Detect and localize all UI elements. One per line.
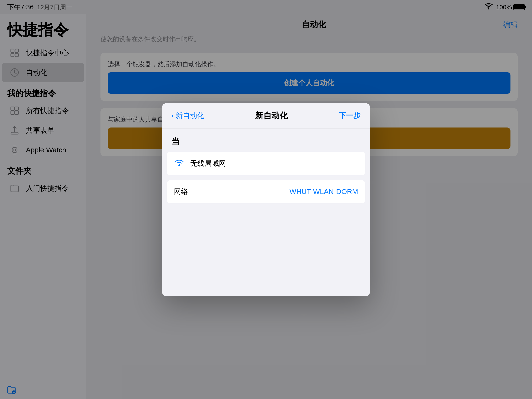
modal-next-button[interactable]: 下一步 [339,111,361,120]
modal-back-label: 新自动化 [176,111,204,120]
wifi-card: 无线局域网 [167,152,365,175]
wifi-card-title: 无线局域网 [190,158,358,168]
wifi-card-icon [174,158,184,169]
modal-section-title: 当 [162,129,370,152]
modal-body: 当 无线局域网 [162,129,370,296]
modal-title: 新自动化 [255,110,288,121]
modal-header: ‹ 新自动化 新自动化 下一步 [162,103,370,129]
modal-overlay: ‹ 新自动化 新自动化 下一步 当 [0,0,532,399]
svg-point-16 [178,164,180,166]
network-value: WHUT-WLAN-DORM [289,188,358,196]
new-automation-modal: ‹ 新自动化 新自动化 下一步 当 [162,103,370,296]
network-label: 网络 [174,187,284,197]
back-chevron-icon: ‹ [171,112,174,119]
network-card: 网络 WHUT-WLAN-DORM [167,180,365,203]
modal-back-button[interactable]: ‹ 新自动化 [171,111,204,120]
wifi-row[interactable]: 无线局域网 [167,152,365,175]
network-row[interactable]: 网络 WHUT-WLAN-DORM [167,180,365,203]
